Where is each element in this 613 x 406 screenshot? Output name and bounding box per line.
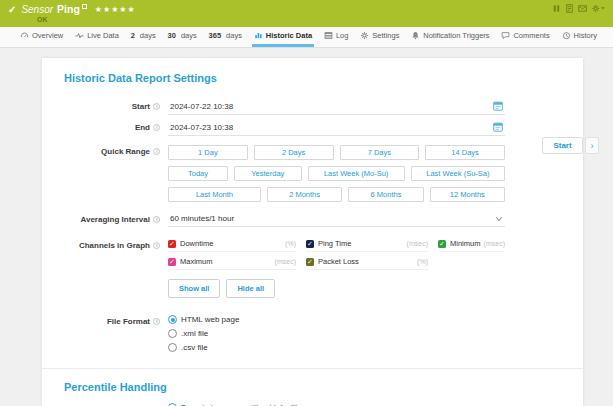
end-date-input[interactable]: 2024-07-23 10:38	[168, 121, 505, 136]
status-check-icon: ✓	[8, 4, 16, 15]
tab-overview[interactable]: Overview	[18, 27, 65, 47]
tab-log[interactable]: Log	[322, 27, 351, 47]
tab-settings[interactable]: Settings	[358, 27, 401, 47]
tab-30-days[interactable]: 30days	[166, 27, 199, 47]
quick-range-6-months[interactable]: 6 Months	[348, 187, 423, 202]
checkbox-minimum[interactable]: ✓	[438, 240, 446, 248]
bell-icon	[411, 31, 420, 40]
quick-range-last-week-mo-su[interactable]: Last Week (Mo-Su)	[308, 166, 405, 181]
email-icon[interactable]	[578, 4, 587, 13]
channel-minimum: ✓ Minimum (msec)	[438, 239, 505, 252]
radio-xml-file[interactable]: .xml file	[168, 329, 505, 338]
quick-range-14-days[interactable]: 14 Days	[425, 145, 505, 160]
info-icon	[153, 216, 160, 223]
averaging-interval-select[interactable]: 60 minutes/1 hour	[168, 213, 505, 227]
radio-icon	[168, 315, 177, 324]
quick-range-1-day[interactable]: 1 Day	[168, 145, 248, 160]
channels-in-graph-label: Channels in Graph	[42, 239, 160, 250]
log-icon	[324, 31, 333, 40]
quick-range-2-days[interactable]: 2 Days	[254, 145, 334, 160]
hide-all-button[interactable]: Hide all	[226, 279, 275, 298]
tab-history[interactable]: History	[560, 27, 599, 47]
live-icon	[75, 31, 84, 40]
info-icon	[153, 318, 160, 325]
quick-range-today[interactable]: Today	[168, 166, 228, 181]
checkbox-packet-loss[interactable]: ✓	[306, 258, 314, 266]
sensor-header: ✓ Sensor Ping ★★★★★ OK	[0, 0, 613, 27]
checkbox-maximum[interactable]: ✓	[168, 258, 176, 266]
section-divider	[42, 368, 583, 369]
tab-comments[interactable]: Comments	[499, 27, 551, 47]
gear-icon	[360, 31, 369, 40]
comment-icon	[501, 31, 510, 40]
tab-2-days[interactable]: 2days	[129, 27, 158, 47]
channel-ping-time: ✓ Ping Time (msec)	[306, 239, 428, 252]
action-bar: Start ›	[542, 137, 599, 154]
info-icon	[153, 242, 160, 249]
sensor-name: Ping	[57, 3, 80, 15]
settings-menu-icon[interactable]	[591, 4, 605, 13]
channel-packet-loss: ✓ Packet Loss (%)	[306, 257, 428, 270]
start-date-input[interactable]: 2024-07-22 10:38	[168, 100, 505, 115]
quick-range-yesterday[interactable]: Yesterday	[234, 166, 301, 181]
history-icon	[562, 31, 571, 40]
flag-icon	[82, 4, 87, 9]
channel-maximum: ✓ Maximum (msec)	[168, 257, 296, 270]
start-label: Start	[42, 100, 160, 111]
checkbox-ping-time[interactable]: ✓	[306, 240, 314, 248]
info-icon	[153, 124, 160, 131]
tab-365-days[interactable]: 365days	[207, 27, 244, 47]
radio-html-web-page[interactable]: HTML web page	[168, 315, 505, 324]
calendar-icon[interactable]	[493, 101, 503, 111]
tab-bar: Overview Live Data 2days 30days 365days …	[0, 27, 613, 48]
quick-range-last-month[interactable]: Last Month	[168, 187, 261, 202]
section-title-percentile-handling: Percentile Handling	[64, 381, 583, 393]
pause-icon[interactable]	[552, 4, 561, 13]
gauge-icon	[20, 31, 29, 40]
start-button[interactable]: Start	[542, 137, 583, 154]
priority-stars[interactable]: ★★★★★	[95, 5, 136, 14]
checkbox-downtime[interactable]: ✓	[168, 240, 176, 248]
radio-csv-file[interactable]: .csv file	[168, 343, 505, 352]
tab-historic-data[interactable]: Historic Data	[252, 27, 314, 47]
chevron-down-icon	[495, 216, 503, 222]
tab-notification-triggers[interactable]: Notification Triggers	[409, 27, 491, 47]
info-icon	[153, 103, 160, 110]
section-title-report-settings: Historic Data Report Settings	[64, 72, 583, 84]
averaging-interval-label: Averaging Interval	[42, 213, 160, 224]
quick-range-2-months[interactable]: 2 Months	[267, 187, 342, 202]
sensor-type-label: Sensor	[21, 4, 53, 15]
radio-icon	[168, 329, 177, 338]
channel-downtime: ✓ Downtime (%)	[168, 239, 296, 252]
quick-range-7-days[interactable]: 7 Days	[340, 145, 420, 160]
radio-icon	[168, 343, 177, 352]
tab-live-data[interactable]: Live Data	[73, 27, 121, 47]
show-all-button[interactable]: Show all	[168, 279, 220, 298]
file-format-label: File Format	[42, 315, 160, 326]
calendar-icon[interactable]	[493, 122, 503, 132]
quick-range-12-months[interactable]: 12 Months	[430, 187, 505, 202]
quick-range-label: Quick Range	[42, 145, 160, 156]
info-icon	[153, 148, 160, 155]
expand-chevron-button[interactable]: ›	[585, 137, 599, 154]
chart-icon	[254, 31, 263, 40]
report-icon[interactable]	[565, 4, 574, 13]
settings-panel: Historic Data Report Settings Start 2024…	[42, 58, 583, 406]
quick-range-last-week-su-sa[interactable]: Last Week (Su-Sa)	[411, 166, 505, 181]
end-label: End	[42, 121, 160, 132]
status-badge: OK	[37, 16, 48, 23]
